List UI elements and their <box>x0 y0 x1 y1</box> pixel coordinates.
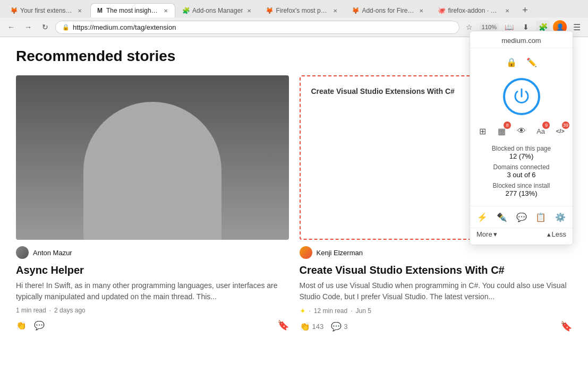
popup-more-button[interactable]: More ▾ <box>476 230 497 238</box>
popup-less-button[interactable]: ▴ Less <box>547 230 566 238</box>
eye-icon: 👁 <box>517 126 526 136</box>
popup-lightning-btn[interactable]: ⚡ <box>474 208 491 225</box>
extension-popup: medium.com 🔒 ✏️ ⊞ ▦ 8 👁 Aa <box>470 31 573 245</box>
tab-1-close[interactable]: ✕ <box>76 7 83 14</box>
tab-4[interactable]: 🦊 Firefox's most popular and inn... ✕ <box>260 3 345 18</box>
story-2-actions-left: 👏 143 💬 3 <box>300 321 348 332</box>
tab-2[interactable]: M The most insightful stories ab... ✕ <box>90 3 175 18</box>
tab-5-title: Add-ons for Firefox (en-US) <box>362 7 415 14</box>
tab-5-close[interactable]: ✕ <box>417 7 425 14</box>
story-1-author-name: Anton Mazur <box>33 249 72 257</box>
popup-lock-icon-btn[interactable]: 🔒 <box>503 54 520 71</box>
more-label: More <box>476 230 492 238</box>
tab-5-favicon: 🦊 <box>352 7 359 14</box>
tab-4-close[interactable]: ✕ <box>331 7 339 14</box>
tab-2-title: The most insightful stories ab... <box>106 7 159 14</box>
story-2-title[interactable]: Create Visual Studio Extensions With C# <box>300 263 573 277</box>
story-card-1: Anton Mazur Async Helper Hi there! In Sw… <box>16 75 289 332</box>
story-2-clap-count: 143 <box>312 323 324 331</box>
url-text: https://medium.com/tag/extension <box>73 23 453 31</box>
chevron-up-icon: ▴ <box>547 230 551 238</box>
story-2-date: Jun 5 <box>356 307 371 315</box>
lock-icon: 🔒 <box>62 24 70 31</box>
back-button[interactable]: ← <box>4 20 18 34</box>
tab-3-close[interactable]: ✕ <box>245 7 253 14</box>
story-2-clap-button[interactable]: 👏 143 <box>300 321 324 332</box>
comment-icon: 💬 <box>34 320 45 331</box>
stat-blocked-page-value: 12 (7%) <box>509 152 534 160</box>
tab-1[interactable]: 🦊 Your first extension - Mozilla | ✕ <box>4 3 89 18</box>
story-2-actions: 👏 143 💬 3 🔖 <box>300 320 573 332</box>
font-badge: 9 <box>542 121 550 129</box>
popup-eye-btn[interactable]: 👁 <box>513 123 530 140</box>
tab-6-close[interactable]: ✕ <box>504 7 511 14</box>
popup-list-btn[interactable]: 📋 <box>533 208 549 225</box>
chevron-down-icon: ▾ <box>493 230 497 238</box>
story-1-clap-button[interactable]: 👏 <box>16 320 27 331</box>
popup-stats: Blocked on this page 12 (7%) Domains con… <box>470 142 573 204</box>
forward-button[interactable]: → <box>21 20 35 34</box>
story-1-author-row: Anton Mazur <box>16 246 289 259</box>
story-2-author-name: Kenji Elzerman <box>317 249 363 257</box>
new-tab-button[interactable]: + <box>518 4 532 18</box>
lock-icon: 🔒 <box>506 57 517 67</box>
stat-blocked-page: Blocked on this page 12 (7%) <box>476 145 566 160</box>
clap-icon-2: 👏 <box>300 321 310 332</box>
reload-button[interactable]: ↻ <box>38 20 52 34</box>
tab-5[interactable]: 🦊 Add-ons for Firefox (en-US) ✕ <box>346 3 431 18</box>
zoom-level: 110% <box>480 23 499 31</box>
story-1-read-time: 1 min read <box>16 307 46 314</box>
popup-font-btn[interactable]: Aa 9 <box>533 123 549 140</box>
story-2-comment-count: 3 <box>344 323 347 331</box>
story-image-bg-1 <box>16 75 289 240</box>
story-2-save-button[interactable]: 🔖 <box>560 320 572 332</box>
tab-6[interactable]: 🐙 firefox-addon · GitHub Topics ✕ <box>432 3 517 18</box>
story-2-read-time: 12 min read <box>314 307 347 315</box>
popup-layers-btn[interactable]: ⊞ <box>474 123 491 140</box>
story-1-actions: 👏 💬 🔖 <box>16 319 289 331</box>
story-2-meta: ✦ · 12 min read · Jun 5 <box>300 307 573 315</box>
stat-since-install-label: Blocked since install <box>492 182 550 189</box>
tab-4-favicon: 🦊 <box>266 7 273 14</box>
story-image-1 <box>16 75 289 240</box>
tab-2-close[interactable]: ✕ <box>162 7 169 14</box>
comment-icon-2: 💬 <box>331 321 342 332</box>
story-1-meta: 1 min read · 2 days ago <box>16 307 289 314</box>
stat-since-install: Blocked since install 277 (13%) <box>476 182 566 197</box>
popup-grid-btn[interactable]: ▦ 8 <box>494 123 510 140</box>
less-label: Less <box>552 230 566 238</box>
story-2-excerpt: Most of us use Visual Studio when progra… <box>300 280 573 302</box>
power-icon <box>512 87 531 106</box>
popup-pen-icon-btn[interactable]: ✏️ <box>523 54 540 71</box>
tab-2-favicon: M <box>96 7 104 14</box>
story-1-save-button[interactable]: 🔖 <box>277 319 289 331</box>
power-button[interactable] <box>503 78 540 115</box>
arch-decoration <box>83 102 221 240</box>
stat-domains: Domains connected 3 out of 6 <box>476 163 566 179</box>
tab-4-title: Firefox's most popular and inn... <box>276 7 329 14</box>
tab-6-favicon: 🐙 <box>438 7 445 14</box>
story-2-meta-dot2: · <box>351 307 352 315</box>
url-bar[interactable]: 🔒 https://medium.com/tag/extension <box>55 21 459 34</box>
popup-chat-btn[interactable]: 💬 <box>513 208 530 225</box>
popup-pencil-btn[interactable]: ✒️ <box>494 208 510 225</box>
story-2-author-row: Kenji Elzerman <box>300 246 573 259</box>
popup-domain: medium.com <box>470 31 573 48</box>
story-2-comment-button[interactable]: 💬 3 <box>331 321 347 332</box>
tab-3[interactable]: 🧩 Add-ons Manager ✕ <box>176 3 259 18</box>
tab-1-favicon: 🦊 <box>10 7 18 14</box>
story-1-title[interactable]: Async Helper <box>16 263 289 277</box>
popup-bottom-icons: ⚡ ✒️ 💬 📋 ⚙️ <box>470 206 573 228</box>
clap-icon: 👏 <box>16 320 27 331</box>
popup-code-btn[interactable]: </> 39 <box>552 123 568 140</box>
stat-since-install-value: 277 (13%) <box>506 189 538 197</box>
story-1-comment-button[interactable]: 💬 <box>34 320 45 331</box>
story-2-meta-dot: · <box>309 307 311 315</box>
story-2-author-avatar <box>300 246 312 259</box>
story-1-author-avatar <box>16 246 29 259</box>
story-1-excerpt: Hi there! In Swift, as in many other pro… <box>16 280 289 302</box>
code-badge: 39 <box>562 121 569 129</box>
story-1-actions-left: 👏 💬 <box>16 320 45 331</box>
popup-gear-btn[interactable]: ⚙️ <box>552 208 568 225</box>
stat-domains-label: Domains connected <box>493 163 549 171</box>
